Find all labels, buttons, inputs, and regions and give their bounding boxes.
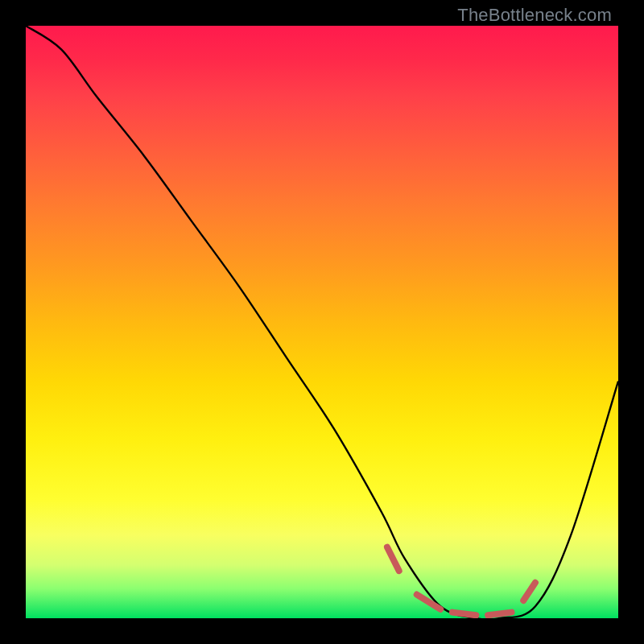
trough-dash bbox=[452, 613, 476, 616]
watermark-text: TheBottleneck.com bbox=[457, 5, 612, 26]
chart-frame: TheBottleneck.com bbox=[0, 0, 644, 644]
trough-dash bbox=[523, 583, 535, 601]
plot-area bbox=[26, 26, 618, 618]
trough-highlight bbox=[387, 547, 535, 616]
bottleneck-curve bbox=[26, 26, 618, 618]
trough-dash bbox=[488, 613, 511, 616]
trough-dash bbox=[387, 547, 399, 571]
curve-svg bbox=[26, 26, 618, 618]
